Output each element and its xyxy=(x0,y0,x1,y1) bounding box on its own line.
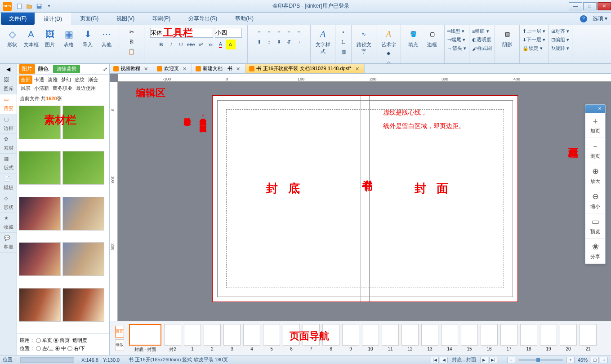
page-thumb-6[interactable]: 6 xyxy=(283,324,300,353)
page-thumb-11[interactable]: 11 xyxy=(382,324,399,353)
zoom-in-button[interactable]: + xyxy=(566,357,575,363)
qat-new[interactable] xyxy=(15,2,23,10)
text-style-button[interactable]: A文字样式 xyxy=(314,27,331,55)
font-size-select[interactable] xyxy=(215,28,242,38)
lock-button[interactable]: 🔒 锁定 ▾ xyxy=(522,45,545,52)
thumbnail[interactable] xyxy=(19,288,61,322)
doc-tab-2[interactable]: 新建文档：书✕ xyxy=(192,64,245,73)
clear-bg-button[interactable]: 清除背景 xyxy=(53,65,80,73)
doc-tab-3[interactable]: 书-正16开软皮平装-文档191029-1148.dpsf*✕ xyxy=(245,64,365,73)
radio-pos-left[interactable] xyxy=(36,346,41,351)
category-卡通[interactable]: 卡通 xyxy=(32,75,46,84)
insert-其他[interactable]: ⋯其他 xyxy=(98,27,115,48)
page-thumb-21[interactable]: 21 xyxy=(580,324,597,353)
align-left-button[interactable]: ≡ xyxy=(254,27,264,37)
category-风景[interactable]: 风景 xyxy=(19,84,32,93)
page-spread[interactable] xyxy=(212,95,518,302)
page-thumb-封底 - 封面[interactable]: 封底 - 封面 xyxy=(129,324,161,353)
gallery-tab-image[interactable]: 图片 xyxy=(19,64,35,74)
menu-2[interactable]: 视图(V) xyxy=(107,13,143,25)
align-right-button[interactable]: ≡ xyxy=(274,27,284,37)
left-tab-图库[interactable]: 🖼图库 xyxy=(0,75,17,94)
numbering-button[interactable]: 1. xyxy=(339,37,348,47)
nav-mode-page[interactable]: 页面 xyxy=(115,326,124,337)
page-thumb-15[interactable]: 15 xyxy=(461,324,478,353)
radio-spread[interactable] xyxy=(54,338,58,343)
thumbnail[interactable] xyxy=(62,197,104,231)
category-全部[interactable]: 全部 xyxy=(19,75,32,84)
file-menu[interactable]: 文件(F) xyxy=(1,13,35,25)
category-梦幻[interactable]: 梦幻 xyxy=(59,75,73,84)
left-tab-客服[interactable]: 💬客服 xyxy=(0,233,17,253)
bullets-button[interactable]: • xyxy=(339,27,348,37)
category-小清新[interactable]: 小清新 xyxy=(32,84,51,93)
arrow-button[interactable]: → 箭头 ▾ xyxy=(447,45,466,52)
underline-button[interactable]: U xyxy=(176,40,186,49)
format-brush-button[interactable]: 🖌 样式刷 xyxy=(472,45,492,52)
left-tab-版式[interactable]: ▦版式 xyxy=(0,154,17,173)
nav-prev-button[interactable]: ◀ xyxy=(440,357,448,363)
close-button[interactable]: ✕ xyxy=(598,2,611,10)
menu-1[interactable]: 页面(G) xyxy=(71,13,107,25)
thumbnail[interactable] xyxy=(62,151,104,185)
insert-导入[interactable]: ⬇导入 xyxy=(79,27,96,48)
thumbnail[interactable] xyxy=(62,288,104,322)
left-tab-素材[interactable]: ✿素材 xyxy=(0,134,17,154)
tool-预览[interactable]: ▭预览 xyxy=(585,213,605,239)
qat-open[interactable] xyxy=(25,2,33,10)
page-thumb-18[interactable]: 18 xyxy=(520,324,537,353)
page-thumb-10[interactable]: 10 xyxy=(362,324,379,353)
line-type-button[interactable]: ━ 线型 ▾ xyxy=(447,28,466,35)
help-icon[interactable]: ? xyxy=(580,15,587,22)
zoom-out-button[interactable]: − xyxy=(507,357,515,363)
tool-放大[interactable]: ⊕放大 xyxy=(585,163,605,188)
page-thumb-16[interactable]: 16 xyxy=(481,324,498,353)
align-center-button[interactable]: ≡ xyxy=(264,27,274,37)
thumbnail[interactable] xyxy=(19,242,61,276)
layer-up-button[interactable]: ⬆ 上一层 ▾ xyxy=(522,28,545,35)
valign-top-button[interactable]: ⬆ xyxy=(254,37,264,47)
tab-close-icon[interactable]: ✕ xyxy=(183,66,188,71)
page-thumb-19[interactable]: 19 xyxy=(540,324,557,353)
tab-close-icon[interactable]: ✕ xyxy=(355,66,361,71)
page-thumb-13[interactable]: 13 xyxy=(421,324,438,353)
category-商务职业[interactable]: 商务职业 xyxy=(51,84,74,93)
layer-down-button[interactable]: ⬇ 下一层 ▾ xyxy=(522,36,545,43)
thumbnail[interactable] xyxy=(62,242,104,276)
indent-button[interactable]: → xyxy=(294,37,304,47)
category-最近使用[interactable]: 最近使用 xyxy=(74,84,98,93)
canvas[interactable]: 编辑区 灰色实线是成品线，线外是裁切区域 重要的内容不能放在线外 虚线是版心线，… xyxy=(118,82,611,321)
radio-single[interactable] xyxy=(36,338,41,343)
thumbnail[interactable] xyxy=(62,106,104,139)
font-color-button[interactable]: A xyxy=(216,40,226,49)
left-tab-收藏[interactable]: ★收藏 xyxy=(0,213,17,233)
page-thumb-封2[interactable]: 封2 xyxy=(164,324,181,353)
page-thumb-7[interactable]: 7 xyxy=(303,324,320,353)
minimize-button[interactable]: — xyxy=(569,2,582,10)
align-dist-button[interactable]: ≡ xyxy=(294,27,304,37)
thumbnail[interactable] xyxy=(19,197,61,231)
nav-next-button[interactable]: ▶ xyxy=(480,357,488,363)
thickness-button[interactable]: ≡ 粗细 ▾ xyxy=(472,28,492,35)
art-text-button[interactable]: A艺术字 xyxy=(380,27,397,48)
tool-分享[interactable]: ❀分享 xyxy=(585,239,605,264)
category-底纹[interactable]: 底纹 xyxy=(73,75,86,84)
fit-width-button[interactable]: ↔ xyxy=(600,357,608,363)
group-button[interactable]: ⊡ 编组 ▾ xyxy=(551,36,569,43)
page-thumb-4[interactable]: 4 xyxy=(243,324,260,353)
page-thumb-12[interactable]: 12 xyxy=(401,324,419,353)
fill-button[interactable]: 🪣填充 xyxy=(405,27,422,48)
qat-save[interactable] xyxy=(35,2,43,10)
page-thumb-17[interactable]: 17 xyxy=(500,324,517,353)
menu-0[interactable]: 设计(D) xyxy=(35,13,71,25)
radio-pos-right[interactable] xyxy=(67,346,72,351)
line-spacing-button[interactable]: ⇵ xyxy=(284,37,294,47)
nav-mode-master[interactable]: 母版 xyxy=(115,339,124,351)
page-thumb-5[interactable]: 5 xyxy=(263,324,280,353)
cut-icon[interactable]: ✂ xyxy=(127,27,136,36)
font-name-select[interactable] xyxy=(150,28,213,38)
tab-close-icon[interactable]: ✕ xyxy=(236,66,241,71)
transparency-button[interactable]: ◐ 透明度 xyxy=(472,36,492,43)
align-justify-button[interactable]: ≡ xyxy=(284,27,294,37)
insert-形状[interactable]: ◇形状 xyxy=(4,27,21,48)
